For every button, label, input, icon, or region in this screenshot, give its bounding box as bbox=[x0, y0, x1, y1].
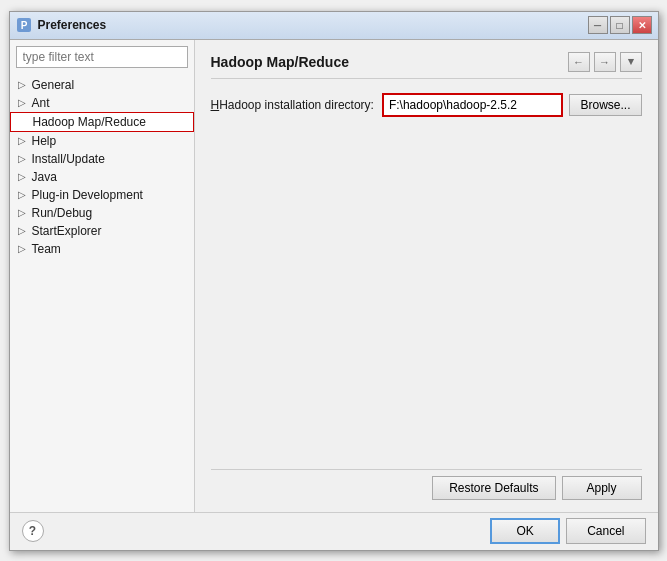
window-icon: P bbox=[16, 17, 32, 33]
dropdown-button[interactable]: ▾ bbox=[620, 52, 642, 72]
expand-arrow: ▷ bbox=[18, 97, 30, 109]
spacer bbox=[211, 127, 642, 469]
svg-text:P: P bbox=[20, 20, 27, 31]
sidebar: ▷ General ▷ Ant Hadoop Map/Reduce ▷ Help… bbox=[10, 40, 195, 512]
sidebar-item-plugin-dev[interactable]: ▷ Plug-in Development bbox=[10, 186, 194, 204]
sidebar-item-run-debug[interactable]: ▷ Run/Debug bbox=[10, 204, 194, 222]
sidebar-item-hadoop[interactable]: Hadoop Map/Reduce bbox=[10, 112, 194, 132]
panel-header: Hadoop Map/Reduce ← → ▾ bbox=[211, 52, 642, 79]
close-button[interactable]: ✕ bbox=[632, 16, 652, 34]
cancel-button[interactable]: Cancel bbox=[566, 518, 645, 544]
apply-button[interactable]: Apply bbox=[562, 476, 642, 500]
footer: ? OK Cancel bbox=[10, 512, 658, 550]
panel-toolbar: ← → ▾ bbox=[568, 52, 642, 72]
sidebar-item-general[interactable]: ▷ General bbox=[10, 76, 194, 94]
sidebar-item-ant[interactable]: ▷ Ant bbox=[10, 94, 194, 112]
window-controls: ─ □ ✕ bbox=[588, 16, 652, 34]
preferences-window: P Preferences ─ □ ✕ ▷ General ▷ Ant bbox=[9, 11, 659, 551]
expand-arrow: ▷ bbox=[18, 171, 30, 183]
sidebar-item-startexplorer[interactable]: ▷ StartExplorer bbox=[10, 222, 194, 240]
forward-button[interactable]: → bbox=[594, 52, 616, 72]
expand-arrow: ▷ bbox=[18, 79, 30, 91]
title-bar: P Preferences ─ □ ✕ bbox=[10, 12, 658, 40]
main-panel: Hadoop Map/Reduce ← → ▾ HHadoop installa… bbox=[195, 40, 658, 512]
expand-arrow: ▷ bbox=[18, 153, 30, 165]
sidebar-item-team[interactable]: ▷ Team bbox=[10, 240, 194, 258]
tree-area: ▷ General ▷ Ant Hadoop Map/Reduce ▷ Help… bbox=[10, 74, 194, 512]
directory-input-wrapper bbox=[382, 93, 564, 117]
panel-title-text: Hadoop Map/Reduce bbox=[211, 54, 349, 70]
sidebar-item-help[interactable]: ▷ Help bbox=[10, 132, 194, 150]
window-title: Preferences bbox=[38, 18, 588, 32]
expand-arrow: ▷ bbox=[18, 135, 30, 147]
sidebar-item-java[interactable]: ▷ Java bbox=[10, 168, 194, 186]
directory-input[interactable] bbox=[384, 95, 562, 115]
directory-field-row: HHadoop installation directory: Browse..… bbox=[211, 93, 642, 117]
expand-arrow bbox=[19, 116, 31, 128]
sidebar-item-install-update[interactable]: ▷ Install/Update bbox=[10, 150, 194, 168]
maximize-button[interactable]: □ bbox=[610, 16, 630, 34]
help-button[interactable]: ? bbox=[22, 520, 44, 542]
bottom-actions: Restore Defaults Apply bbox=[211, 469, 642, 500]
directory-label: HHadoop installation directory: bbox=[211, 98, 374, 112]
restore-defaults-button[interactable]: Restore Defaults bbox=[432, 476, 555, 500]
minimize-button[interactable]: ─ bbox=[588, 16, 608, 34]
filter-input[interactable] bbox=[16, 46, 188, 68]
content-area: ▷ General ▷ Ant Hadoop Map/Reduce ▷ Help… bbox=[10, 40, 658, 512]
expand-arrow: ▷ bbox=[18, 189, 30, 201]
expand-arrow: ▷ bbox=[18, 243, 30, 255]
browse-button[interactable]: Browse... bbox=[569, 94, 641, 116]
back-button[interactable]: ← bbox=[568, 52, 590, 72]
expand-arrow: ▷ bbox=[18, 225, 30, 237]
footer-buttons: OK Cancel bbox=[490, 518, 645, 544]
expand-arrow: ▷ bbox=[18, 207, 30, 219]
ok-button[interactable]: OK bbox=[490, 518, 560, 544]
